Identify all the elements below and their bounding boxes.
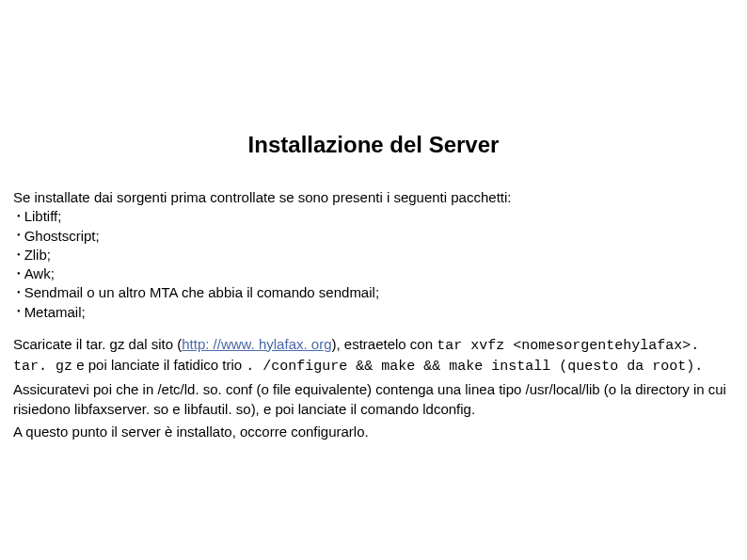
page: Installazione del Server Se installate d…	[0, 132, 747, 560]
list-item: Zlib;	[13, 246, 734, 264]
configure-command: . /configure && make && make install (qu…	[246, 359, 703, 375]
hylafax-link[interactable]: http: //www. hylafax. org	[182, 336, 331, 352]
ldconf-paragraph: Assicuratevi poi che in /etc/ld. so. con…	[13, 380, 734, 419]
list-item: Ghostscript;	[13, 227, 734, 246]
final-paragraph: A questo punto il server è installato, o…	[13, 423, 734, 441]
list-item: Metamail;	[13, 303, 734, 322]
download-suffix: ), estraetelo con	[332, 336, 434, 352]
intro-text: Se installate dai sorgenti prima control…	[13, 188, 734, 207]
page-title: Installazione del Server	[13, 132, 734, 158]
list-item: Sendmail o un altro MTA che abbia il com…	[13, 283, 734, 302]
download-mid: e poi lanciate il fatidico trio	[72, 357, 246, 373]
package-list: Libtiff; Ghostscript; Zlib; Awk; Sendmai…	[13, 207, 734, 322]
list-item: Libtiff;	[13, 207, 734, 226]
download-prelink: Scaricate il tar. gz dal sito (	[13, 336, 182, 352]
list-item: Awk;	[13, 264, 734, 283]
download-paragraph: Scaricate il tar. gz dal sito (http: //w…	[13, 335, 734, 377]
